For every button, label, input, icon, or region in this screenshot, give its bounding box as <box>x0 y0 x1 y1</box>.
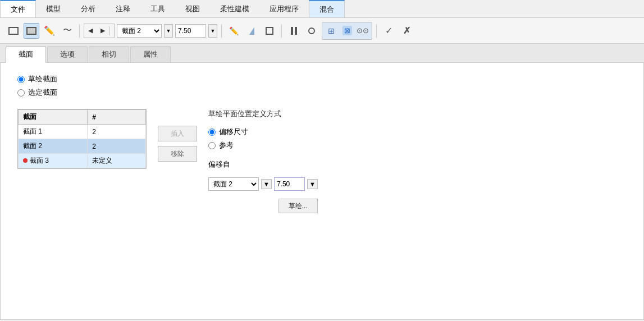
rect-filled-tool-button[interactable] <box>24 23 39 39</box>
tab-properties[interactable]: 属性 <box>130 46 171 62</box>
sketch-section-label: 草绘截面 <box>28 74 57 84</box>
sketch-section-radio-label[interactable]: 草绘截面 <box>17 74 627 84</box>
triangle-tool-button[interactable] <box>244 23 259 39</box>
section-select-arrow[interactable]: ▼ <box>164 24 173 38</box>
select-section-radio-label[interactable]: 选定截面 <box>17 88 627 98</box>
sketch-section-radio[interactable] <box>17 76 25 83</box>
pencil-icon: ✏️ <box>44 25 55 36</box>
main-content: 草绘截面 选定截面 截面 # 截面 1 2 <box>0 63 644 320</box>
row1-name: 截面 1 <box>19 125 88 139</box>
action-buttons: 插入 移除 <box>158 109 197 162</box>
menu-item-tools[interactable]: 工具 <box>140 0 175 17</box>
table-row[interactable]: 截面 1 2 <box>19 125 146 139</box>
stop-icon <box>308 27 315 34</box>
confirm-button[interactable]: ✓ <box>381 23 396 39</box>
reference-radio[interactable] <box>208 142 216 149</box>
stop-button[interactable] <box>304 23 319 39</box>
menu-bar: 文件 模型 分析 注释 工具 视图 柔性建模 应用程序 混合 <box>0 0 644 18</box>
remove-button[interactable]: 移除 <box>158 146 197 162</box>
measure-right-button[interactable]: ▶ <box>97 23 109 39</box>
checkbox-icon <box>266 27 273 35</box>
sep4 <box>376 24 377 38</box>
section-row: 截面 # 截面 1 2 截面 2 2 截面 3 <box>17 109 627 213</box>
arrow-left-icon: ◀ <box>88 27 93 34</box>
menu-item-view[interactable]: 视图 <box>175 0 210 17</box>
offset-from-label: 偏移自 <box>208 159 318 169</box>
reference-label: 参考 <box>219 140 234 150</box>
offset-value-arrow[interactable]: ▼ <box>307 179 318 189</box>
menu-item-model[interactable]: 模型 <box>36 0 71 17</box>
offset-select-arrow[interactable]: ▼ <box>261 179 272 189</box>
sep3 <box>281 24 282 38</box>
tab-strip: 截面 选项 相切 属性 <box>0 44 644 63</box>
wave-tool-button[interactable]: 〜 <box>60 23 75 39</box>
cross-section-table: 截面 # 截面 1 2 截面 2 2 截面 3 <box>17 109 147 169</box>
x-icon: ✗ <box>403 25 410 36</box>
select-section-label: 选定截面 <box>28 88 57 98</box>
offset-value-input[interactable] <box>274 177 305 191</box>
value-arrow[interactable]: ▼ <box>208 24 217 38</box>
sketch-plane-title: 草绘平面位置定义方式 <box>208 109 318 119</box>
menu-item-annotation[interactable]: 注释 <box>106 0 140 17</box>
tab-tangent[interactable]: 相切 <box>89 46 129 62</box>
table-row[interactable]: 截面 3 未定义 <box>19 154 146 168</box>
wave-icon: 〜 <box>63 25 72 36</box>
triangle-icon <box>249 27 254 35</box>
edit-tool-button[interactable]: ✏️ <box>42 23 57 39</box>
checkbox-tool-button[interactable] <box>262 23 277 39</box>
glasses-icon: ⊙⊙ <box>357 26 369 35</box>
table-row[interactable]: 截面 2 2 <box>19 139 146 154</box>
right-panel: 草绘平面位置定义方式 偏移尺寸 参考 偏移自 截面 2 截面 1 截面 3 ▼ <box>208 109 318 213</box>
row2-num: 2 <box>88 139 146 154</box>
row1-num: 2 <box>88 125 146 139</box>
sep-inner <box>109 26 109 35</box>
menu-item-file[interactable]: 文件 <box>0 0 36 17</box>
pause-button[interactable] <box>286 23 302 39</box>
sketch-button[interactable]: 草绘... <box>278 199 318 213</box>
row2-name: 截面 2 <box>19 139 88 154</box>
offset-from-select[interactable]: 截面 2 截面 1 截面 3 <box>208 177 259 191</box>
rect-filled-icon <box>26 27 36 35</box>
offset-from-row: 截面 2 截面 1 截面 3 ▼ ▼ <box>208 177 318 191</box>
sep2 <box>221 24 222 38</box>
edit2-icon: ✏️ <box>229 26 239 35</box>
grid-icon: ⊞ <box>328 26 335 35</box>
row3-num: 未定义 <box>88 154 146 168</box>
sep1 <box>79 24 80 38</box>
icon-group: ⊞ ⊠ ⊙⊙ <box>322 22 372 40</box>
col-number-header: # <box>88 110 146 125</box>
sketch-btn-row: 草绘... <box>208 199 318 213</box>
tab-section[interactable]: 截面 <box>6 46 46 63</box>
cancel-button[interactable]: ✗ <box>399 23 414 39</box>
grid-icon-button[interactable]: ⊞ <box>323 23 339 39</box>
value-input[interactable] <box>175 24 206 38</box>
menu-item-analysis[interactable]: 分析 <box>71 0 106 17</box>
sketch-plane-radio-group: 偏移尺寸 参考 <box>208 127 318 150</box>
reference-radio-label[interactable]: 参考 <box>208 140 318 150</box>
section-select[interactable]: 截面 1 截面 2 截面 3 <box>117 24 162 38</box>
toolbar: ✏️ 〜 ◀ ▶ 截面 1 截面 2 截面 3 ▼ ▼ ✏️ <box>0 18 644 44</box>
red-dot-icon <box>23 158 28 163</box>
arrow-right-icon: ▶ <box>101 27 105 34</box>
menu-item-flexible[interactable]: 柔性建模 <box>210 0 259 17</box>
tab-options[interactable]: 选项 <box>47 46 88 62</box>
menu-item-mixed[interactable]: 混合 <box>309 0 345 17</box>
pause-icon <box>291 27 297 35</box>
glasses-icon-button[interactable]: ⊙⊙ <box>355 23 371 39</box>
insert-button[interactable]: 插入 <box>158 126 197 141</box>
checkmark-icon: ✓ <box>385 25 392 36</box>
offset-dim-label: 偏移尺寸 <box>219 127 248 137</box>
rect-tool-button[interactable] <box>6 23 21 39</box>
col-section-header: 截面 <box>19 110 88 125</box>
select-section-radio[interactable] <box>17 89 25 97</box>
offset-dim-radio[interactable] <box>208 129 216 136</box>
menu-item-apps[interactable]: 应用程序 <box>259 0 309 17</box>
row3-name: 截面 3 <box>19 154 88 168</box>
offset-dim-radio-label[interactable]: 偏移尺寸 <box>208 127 318 137</box>
measure-group: ◀ ▶ <box>84 24 115 38</box>
section-type-radio-group: 草绘截面 选定截面 <box>17 74 627 98</box>
active-icon-button[interactable]: ⊠ <box>339 23 355 39</box>
edit2-button[interactable]: ✏️ <box>226 23 241 39</box>
rect-icon <box>8 27 19 35</box>
measure-left-button[interactable]: ◀ <box>84 23 97 39</box>
